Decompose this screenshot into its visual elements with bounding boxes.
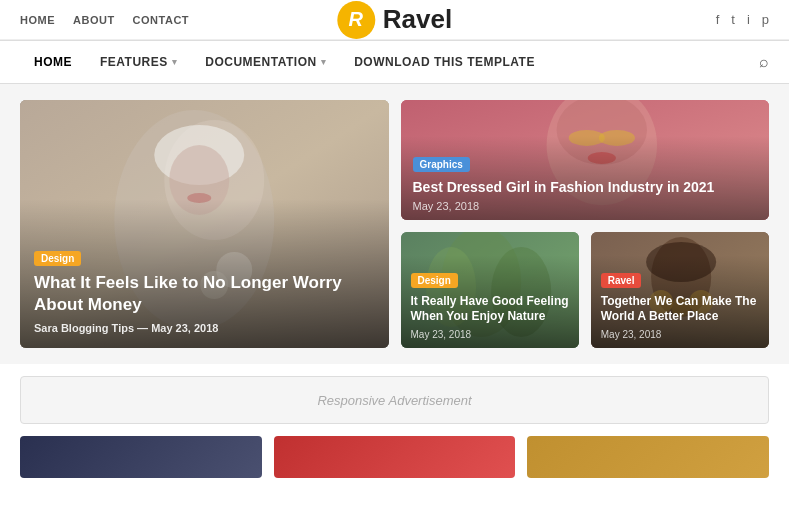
top-nav: HOME ABOUT CONTACT xyxy=(20,14,189,26)
nav-features[interactable]: FEATURES ▾ xyxy=(86,41,191,83)
pinterest-icon[interactable]: p xyxy=(762,12,769,27)
top-bar: HOME ABOUT CONTACT R Ravel f t i p xyxy=(0,0,789,40)
social-icons: f t i p xyxy=(716,12,769,27)
nav-download[interactable]: DOWNLOAD THIS TEMPLATE xyxy=(340,41,549,83)
ad-banner-text: Responsive Advertisement xyxy=(317,393,471,408)
nav-home[interactable]: HOME xyxy=(20,41,86,83)
top-nav-about[interactable]: ABOUT xyxy=(73,14,115,26)
right-column: Graphics Best Dressed Girl in Fashion In… xyxy=(401,100,770,348)
top-right-category-badge: Graphics xyxy=(413,157,470,172)
nature-card-date: May 23, 2018 xyxy=(411,329,569,340)
top-right-card-title: Best Dressed Girl in Fashion Industry in… xyxy=(413,178,758,196)
article-grid: Design What It Feels Like to No Longer W… xyxy=(20,100,769,348)
bottom-preview xyxy=(0,436,789,486)
top-right-card[interactable]: Graphics Best Dressed Girl in Fashion In… xyxy=(401,100,770,220)
nature-card[interactable]: Design It Really Have Good Feeling When … xyxy=(401,232,579,348)
featured-card-separator: — xyxy=(137,322,151,334)
documentation-dropdown-arrow: ▾ xyxy=(321,57,327,67)
featured-card-author: Sara Blogging Tips xyxy=(34,322,134,334)
featured-card[interactable]: Design What It Feels Like to No Longer W… xyxy=(20,100,389,348)
world-card-date: May 23, 2018 xyxy=(601,329,759,340)
top-nav-contact[interactable]: CONTACT xyxy=(133,14,189,26)
top-nav-home[interactable]: HOME xyxy=(20,14,55,26)
world-category-badge: Ravel xyxy=(601,273,642,288)
nature-card-title: It Really Have Good Feeling When You Enj… xyxy=(411,294,569,325)
logo: R Ravel xyxy=(337,1,452,39)
nav-links: HOME FEATURES ▾ DOCUMENTATION ▾ DOWNLOAD… xyxy=(20,41,549,83)
featured-card-title: What It Feels Like to No Longer Worry Ab… xyxy=(34,272,375,316)
instagram-icon[interactable]: i xyxy=(747,12,750,27)
nature-card-overlay: Design It Really Have Good Feeling When … xyxy=(401,263,579,348)
nature-category-badge: Design xyxy=(411,273,458,288)
facebook-icon[interactable]: f xyxy=(716,12,720,27)
featured-card-meta: Sara Blogging Tips — May 23, 2018 xyxy=(34,322,375,334)
bottom-preview-card-2[interactable] xyxy=(274,436,516,478)
main-content: Design What It Feels Like to No Longer W… xyxy=(0,84,789,364)
world-card-overlay: Ravel Together We Can Make The World A B… xyxy=(591,263,769,348)
features-dropdown-arrow: ▾ xyxy=(172,57,178,67)
world-card[interactable]: Ravel Together We Can Make The World A B… xyxy=(591,232,769,348)
top-right-card-date: May 23, 2018 xyxy=(413,200,758,212)
top-right-card-overlay: Graphics Best Dressed Girl in Fashion In… xyxy=(401,147,770,220)
ad-banner: Responsive Advertisement xyxy=(20,376,769,424)
featured-card-overlay: Design What It Feels Like to No Longer W… xyxy=(20,235,389,348)
featured-card-date: May 23, 2018 xyxy=(151,322,218,334)
search-icon[interactable]: ⌕ xyxy=(759,53,769,71)
twitter-icon[interactable]: t xyxy=(731,12,735,27)
main-nav: HOME FEATURES ▾ DOCUMENTATION ▾ DOWNLOAD… xyxy=(0,40,789,84)
logo-icon: R xyxy=(337,1,375,39)
world-card-title: Together We Can Make The World A Better … xyxy=(601,294,759,325)
bottom-row-cards: Design It Really Have Good Feeling When … xyxy=(401,232,770,348)
featured-category-badge: Design xyxy=(34,251,81,266)
bottom-preview-card-3[interactable] xyxy=(527,436,769,478)
logo-text: Ravel xyxy=(383,4,452,35)
nav-documentation[interactable]: DOCUMENTATION ▾ xyxy=(191,41,340,83)
bottom-preview-card-1[interactable] xyxy=(20,436,262,478)
